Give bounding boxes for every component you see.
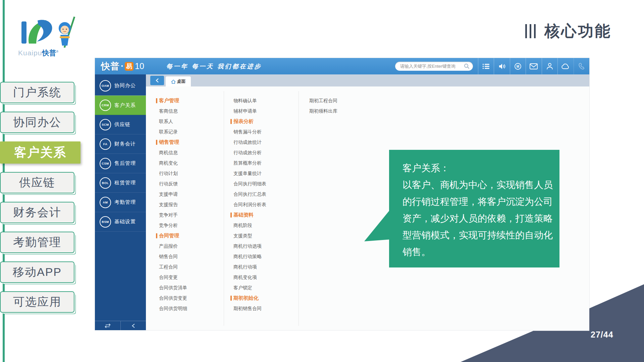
- nav-item[interactable]: SCM 供应链: [95, 115, 146, 134]
- menu-entry[interactable]: 销售合同: [156, 251, 226, 262]
- nav-item-badge: BSM: [100, 216, 111, 228]
- menu-entry[interactable]: 物料确认单: [230, 96, 301, 106]
- menu-entry[interactable]: 商机行动策略: [230, 251, 301, 262]
- nav-item-badge: SCM: [100, 119, 111, 130]
- callout-title: 客户关系：: [402, 160, 559, 177]
- sidebar-item[interactable]: 可选应用: [0, 291, 74, 313]
- swap-view-button[interactable]: [95, 321, 120, 330]
- menu-entry[interactable]: 工程合同: [156, 262, 226, 272]
- menu-entry[interactable]: 竞争对手: [156, 210, 226, 220]
- sidebar-item[interactable]: 协同办公: [0, 112, 74, 133]
- speaker-icon[interactable]: [494, 58, 509, 74]
- menu-entry[interactable]: 合同管理: [156, 231, 226, 241]
- logo-wordmark: Kuaipu快普®: [18, 48, 58, 58]
- menu-entry[interactable]: 客商信息: [156, 106, 226, 116]
- page-title: 核心功能: [525, 21, 611, 42]
- nav-item-label: 考勤管理: [114, 199, 136, 205]
- menu-entry[interactable]: 合同供货变更: [156, 293, 226, 303]
- sidebar-item-label: 门户系统: [13, 85, 61, 100]
- tab-back-button[interactable]: [150, 76, 164, 85]
- menu-entry[interactable]: 期初销售合同: [230, 303, 301, 314]
- nav-item-label: 售后管理: [114, 160, 136, 167]
- menu-entry[interactable]: 商机行动选项: [230, 241, 301, 251]
- sidebar-item[interactable]: 供应链: [0, 172, 74, 193]
- menu-entry[interactable]: 支援申请: [156, 189, 226, 199]
- mail-icon[interactable]: [526, 58, 541, 74]
- nav-footer: [95, 321, 146, 330]
- menu-entry[interactable]: 支援类型: [230, 231, 301, 241]
- menu-entry[interactable]: 行动成效统计: [230, 137, 301, 147]
- menu-entry[interactable]: 合同变更: [156, 272, 226, 283]
- menu-entry[interactable]: 行动反馈: [156, 179, 226, 189]
- menu-entry[interactable]: 客户管理: [156, 96, 226, 106]
- menu-list-icon[interactable]: [478, 58, 494, 74]
- menu-entry[interactable]: 商机变化: [156, 158, 226, 168]
- search-input[interactable]: [399, 63, 464, 69]
- menu-entry[interactable]: 合同供货清单: [156, 283, 226, 293]
- im-icon[interactable]: M: [510, 58, 526, 74]
- menu-entry[interactable]: 竞争分析: [156, 220, 226, 231]
- menu-entry[interactable]: 联系记录: [156, 127, 226, 137]
- nav-item[interactable]: BSM 基础设置: [95, 212, 146, 232]
- app-brand: 快普 · 易 10: [101, 60, 144, 72]
- menu-entry[interactable]: 支援单量统计: [230, 168, 301, 179]
- sidebar-item-label: 考勤管理: [13, 235, 61, 250]
- nav-item[interactable]: FA 财务会计: [95, 134, 146, 154]
- nav-item[interactable]: BOL 租赁管理: [95, 173, 146, 193]
- brand-dot: ·: [121, 61, 124, 71]
- menu-entry[interactable]: 联系人: [156, 116, 226, 127]
- callout-bubble: 客户关系： 以客户、商机为中心，实现销售人员的行销过程管理，将客户沉淀为公司资产…: [389, 150, 559, 267]
- tab-desktop[interactable]: 桌面: [166, 76, 191, 86]
- nav-item-badge: FA: [100, 138, 111, 150]
- callout-body: 以客户、商机为中心，实现销售人员的行销过程管理，将客户沉淀为公司资产，减少对人员…: [402, 177, 559, 260]
- menu-entry[interactable]: 支援报告: [156, 199, 226, 210]
- menu-entry[interactable]: 产品报价: [156, 241, 226, 251]
- menu-entry[interactable]: 行动成效分析: [230, 147, 301, 158]
- menu-entry[interactable]: 合同利润分析表: [230, 199, 301, 210]
- sidebar-item[interactable]: 门户系统: [0, 82, 74, 103]
- menu-entry[interactable]: 合同供货明细: [156, 303, 226, 314]
- menu-entry[interactable]: 报表分析: [230, 116, 301, 127]
- menu-entry[interactable]: 销售漏斗分析: [230, 127, 301, 137]
- menu-entry[interactable]: 期初工程合同: [306, 96, 377, 106]
- callout-line: 销售。: [402, 244, 559, 260]
- menu-entry[interactable]: 合同执行明细表: [230, 179, 301, 189]
- page-title-text: 核心功能: [544, 21, 611, 42]
- sidebar-item[interactable]: 客户关系: [0, 141, 80, 164]
- sidebar-item-label: 客户关系: [14, 144, 66, 161]
- nav-item-badge: BOL: [100, 177, 111, 189]
- menu-entry[interactable]: 期初领料出库: [306, 106, 377, 116]
- menu-entry[interactable]: 商机信息: [156, 147, 226, 158]
- nav-item[interactable]: CRM 客户关系: [95, 96, 146, 115]
- nav-item-label: 租赁管理: [114, 180, 136, 186]
- menu-entry[interactable]: 销售管理: [156, 137, 226, 147]
- phone-icon[interactable]: [574, 58, 589, 74]
- search-icon[interactable]: [464, 63, 470, 69]
- sidebar-item-label: 可选应用: [13, 294, 61, 310]
- menu-entry[interactable]: 基础资料: [230, 210, 301, 220]
- nav-item[interactable]: OAM 协同办公: [95, 76, 146, 96]
- nav-item-label: 客户关系: [114, 102, 136, 109]
- kuaipu-logo: Kuaipu快普®: [17, 16, 87, 60]
- menu-entry[interactable]: 行动计划: [156, 168, 226, 179]
- sidebar-item[interactable]: 移动APP: [0, 261, 74, 283]
- sidebar-item[interactable]: 考勤管理: [0, 232, 74, 253]
- menu-entry[interactable]: 客户锁定: [230, 283, 301, 293]
- nav-item-badge: CSM: [100, 158, 111, 169]
- sidebar-item[interactable]: 财务会计: [0, 202, 74, 223]
- user-icon[interactable]: [542, 58, 557, 74]
- menu-entry[interactable]: 辅材申请单: [230, 106, 301, 116]
- menu-entry[interactable]: 胜算概率分析: [230, 158, 301, 168]
- menu-entry[interactable]: 合同执行汇总表: [230, 189, 301, 199]
- menu-entry[interactable]: 商机阶段: [230, 220, 301, 231]
- callout-line: 资产，减少对人员的依赖，打造策略: [402, 210, 559, 227]
- menu-entry[interactable]: 商机变化项: [230, 272, 301, 283]
- nav-item-badge: CRM: [100, 100, 111, 111]
- menu-entry[interactable]: 期初初始化: [230, 293, 301, 303]
- header-toolbar: M: [478, 58, 589, 74]
- nav-item[interactable]: CSM 售后管理: [95, 154, 146, 173]
- menu-entry[interactable]: 商机行动项: [230, 262, 301, 272]
- collapse-nav-button[interactable]: [120, 321, 146, 330]
- nav-item[interactable]: AM 考勤管理: [95, 193, 146, 212]
- cloud-icon[interactable]: [557, 58, 573, 74]
